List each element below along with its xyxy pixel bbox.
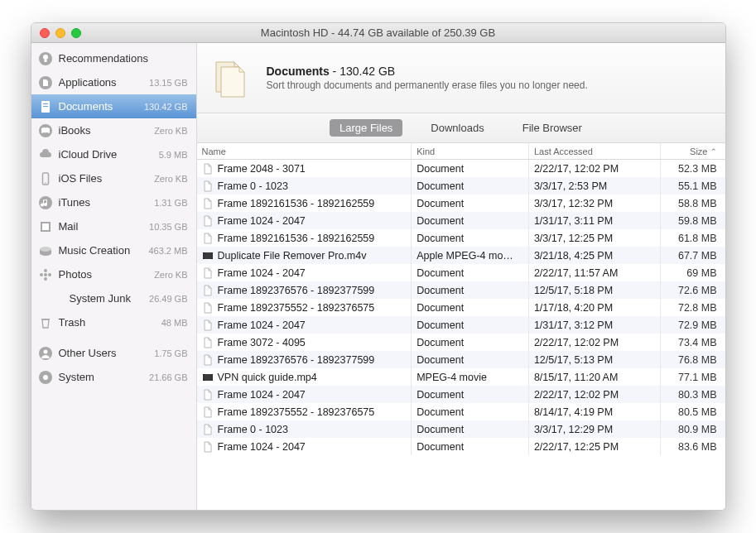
table-row[interactable]: Frame 1892375552 - 1892376575 Document 8… bbox=[197, 403, 725, 420]
svg-point-30 bbox=[203, 255, 204, 256]
file-kind: Document bbox=[412, 316, 529, 334]
file-icon bbox=[202, 389, 214, 401]
file-size: 59.8 MB bbox=[661, 212, 725, 229]
file-last-accessed: 3/21/18, 4:25 PM bbox=[529, 247, 661, 264]
table-row[interactable]: VPN quick guide.mp4 MPEG-4 movie 8/15/17… bbox=[197, 368, 725, 386]
phone-icon bbox=[38, 171, 53, 186]
column-kind[interactable]: Kind bbox=[412, 143, 529, 159]
svg-point-10 bbox=[39, 196, 52, 209]
svg-point-43 bbox=[211, 378, 212, 379]
table-row[interactable]: Frame 1024 - 2047 Document 2/22/17, 11:5… bbox=[197, 264, 725, 281]
sidebar-item-photos[interactable]: Photos Zero KB bbox=[31, 262, 196, 286]
table-row[interactable]: Frame 1892376576 - 1892377599 Document 1… bbox=[197, 281, 725, 299]
table-row[interactable]: Frame 1024 - 2047 Document 1/31/17, 3:12… bbox=[197, 316, 725, 334]
sidebar-item-label: Documents bbox=[59, 100, 138, 113]
sidebar-item-label: Other Users bbox=[59, 347, 149, 359]
svg-point-25 bbox=[43, 375, 48, 380]
sidebar-item-ios-files[interactable]: iOS Files Zero KB bbox=[31, 166, 196, 190]
file-list[interactable]: Frame 2048 - 3071 Document 2/22/17, 12:0… bbox=[197, 160, 725, 510]
svg-rect-6 bbox=[43, 106, 48, 107]
file-last-accessed: 12/5/17, 5:13 PM bbox=[529, 351, 661, 368]
file-size: 72.8 MB bbox=[661, 299, 725, 316]
file-last-accessed: 2/22/17, 12:02 PM bbox=[529, 160, 661, 177]
svg-point-42 bbox=[211, 377, 212, 377]
sidebar-item-label: iCloud Drive bbox=[59, 148, 153, 161]
file-name: Frame 1892161536 - 1892162559 bbox=[218, 233, 375, 244]
sidebar-item-recommendations[interactable]: Recommendations bbox=[31, 46, 196, 70]
table-row[interactable]: Frame 3072 - 4095 Document 2/22/17, 12:0… bbox=[197, 334, 725, 351]
file-size: 67.7 MB bbox=[661, 247, 725, 264]
file-kind: Document bbox=[412, 403, 529, 420]
column-size[interactable]: Size⌃ bbox=[661, 143, 725, 159]
table-row[interactable]: Frame 1892161536 - 1892162559 Document 3… bbox=[197, 229, 725, 247]
close-button[interactable] bbox=[40, 28, 50, 38]
sidebar-item-size: 26.49 GB bbox=[149, 294, 187, 304]
table-row[interactable]: Frame 1892161536 - 1892162559 Document 3… bbox=[197, 194, 725, 212]
table-row[interactable]: Duplicate File Remover Pro.m4v Apple MPE… bbox=[197, 247, 725, 264]
file-kind: Document bbox=[412, 299, 529, 316]
sidebar: Recommendations Applications 13.15 GB Do… bbox=[31, 43, 197, 510]
maximize-button[interactable] bbox=[71, 28, 81, 38]
sidebar-item-label: Applications bbox=[59, 76, 144, 89]
svg-point-1 bbox=[43, 55, 48, 60]
svg-point-38 bbox=[203, 375, 204, 376]
table-row[interactable]: Frame 1892375552 - 1892376575 Document 1… bbox=[197, 299, 725, 316]
svg-rect-5 bbox=[43, 103, 48, 104]
sidebar-item-size: 1.31 GB bbox=[154, 198, 187, 208]
sidebar-item-other-users[interactable]: Other Users 1.75 GB bbox=[31, 341, 196, 365]
sidebar-item-applications[interactable]: Applications 13.15 GB bbox=[31, 70, 196, 94]
sidebar-item-system-junk[interactable]: System Junk 26.49 GB bbox=[31, 286, 196, 310]
category-header: Documents - 130.42 GB Sort through docum… bbox=[197, 43, 725, 113]
file-size: 80.3 MB bbox=[661, 386, 725, 403]
tab-downloads[interactable]: Downloads bbox=[421, 119, 494, 137]
table-row[interactable]: Frame 1024 - 2047 Document 2/22/17, 12:2… bbox=[197, 438, 725, 455]
table-row[interactable]: Frame 0 - 1023 Document 3/3/17, 12:29 PM… bbox=[197, 420, 725, 438]
sidebar-item-trash[interactable]: Trash 48 MB bbox=[31, 310, 196, 334]
tab-large-files[interactable]: Large Files bbox=[330, 119, 402, 137]
sidebar-item-mail[interactable]: Mail 10.35 GB bbox=[31, 214, 196, 238]
sidebar-item-itunes[interactable]: iTunes 1.31 GB bbox=[31, 190, 196, 214]
file-icon bbox=[202, 441, 214, 453]
sidebar-item-ibooks[interactable]: iBooks Zero KB bbox=[31, 118, 196, 142]
category-title: Documents - 130.42 GB bbox=[267, 65, 709, 78]
svg-point-20 bbox=[48, 273, 51, 276]
column-name[interactable]: Name bbox=[197, 143, 412, 159]
table-row[interactable]: Frame 1024 - 2047 Document 2/22/17, 12:0… bbox=[197, 386, 725, 403]
svg-point-34 bbox=[211, 257, 212, 257]
table-row[interactable]: Frame 1892376576 - 1892377599 Document 1… bbox=[197, 351, 725, 368]
file-size: 72.9 MB bbox=[661, 316, 725, 334]
file-name: Frame 1892376576 - 1892377599 bbox=[218, 354, 375, 366]
file-name: Frame 3072 - 4095 bbox=[218, 337, 306, 348]
sidebar-item-documents[interactable]: Documents 130.42 GB bbox=[31, 94, 196, 118]
traffic-lights bbox=[31, 28, 81, 38]
sidebar-item-music-creation[interactable]: Music Creation 463.2 MB bbox=[31, 238, 196, 262]
table-row[interactable]: Frame 1024 - 2047 Document 1/31/17, 3:11… bbox=[197, 212, 725, 229]
sidebar-item-icloud-drive[interactable]: iCloud Drive 5.9 MB bbox=[31, 142, 196, 166]
file-kind: Document bbox=[412, 160, 529, 177]
sidebar-item-system[interactable]: System 21.66 GB bbox=[31, 365, 196, 389]
tab-file-browser[interactable]: File Browser bbox=[513, 119, 592, 137]
svg-point-33 bbox=[211, 255, 212, 256]
sidebar-item-label: System Junk bbox=[70, 292, 147, 305]
file-icon bbox=[202, 319, 214, 331]
file-size: 80.9 MB bbox=[661, 420, 725, 438]
file-name: Duplicate File Remover Pro.m4v bbox=[218, 250, 367, 262]
lightbulb-icon bbox=[38, 51, 53, 66]
music-icon bbox=[38, 195, 53, 210]
minimize-button[interactable] bbox=[55, 28, 65, 38]
svg-point-40 bbox=[203, 378, 204, 379]
file-icon bbox=[202, 372, 214, 383]
titlebar[interactable]: Macintosh HD - 44.74 GB available of 250… bbox=[31, 23, 725, 43]
column-last-accessed[interactable]: Last Accessed bbox=[529, 143, 661, 159]
table-row[interactable]: Frame 2048 - 3071 Document 2/22/17, 12:0… bbox=[197, 160, 725, 177]
file-icon bbox=[202, 198, 214, 209]
table-row[interactable]: Frame 0 - 1023 Document 3/3/17, 2:53 PM … bbox=[197, 177, 725, 194]
sidebar-item-label: iBooks bbox=[59, 124, 149, 137]
svg-point-9 bbox=[45, 182, 46, 184]
file-size: 55.1 MB bbox=[661, 177, 725, 194]
file-last-accessed: 3/3/17, 2:53 PM bbox=[529, 177, 661, 194]
file-kind: Document bbox=[412, 351, 529, 368]
main-panel: Documents - 130.42 GB Sort through docum… bbox=[197, 43, 725, 510]
sidebar-item-label: iOS Files bbox=[59, 172, 149, 185]
file-kind: Document bbox=[412, 229, 529, 247]
